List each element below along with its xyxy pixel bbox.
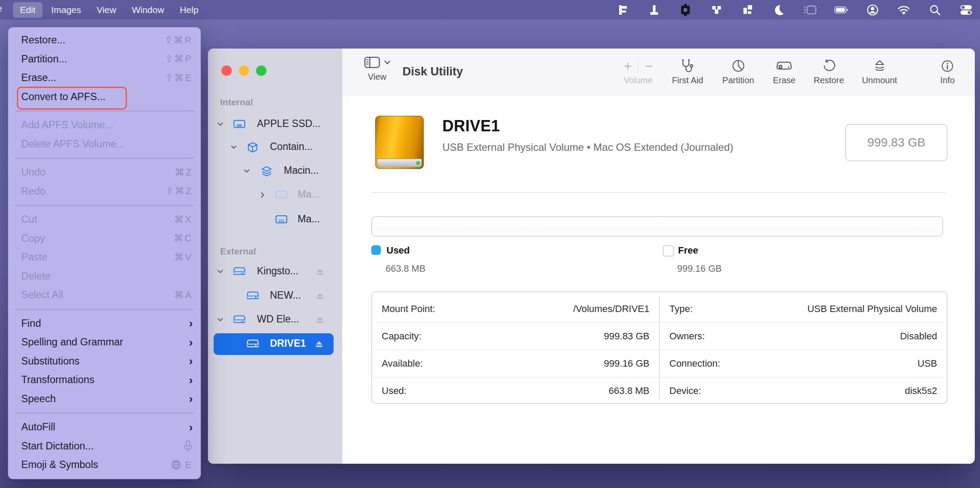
app-icon-2[interactable] xyxy=(647,3,661,17)
menu-item-substitutions[interactable]: Substitutions › xyxy=(8,352,201,371)
wifi-icon[interactable] xyxy=(897,3,911,17)
first-aid-icon xyxy=(680,59,695,73)
menu-separator xyxy=(15,309,194,310)
submenu-chevron-icon: › xyxy=(189,422,193,433)
restore-button[interactable]: Restore xyxy=(814,57,844,85)
volume-name: DRIVE1 xyxy=(442,117,500,135)
external-drive-icon xyxy=(247,338,259,349)
menu-item-copy[interactable]: Copy ⌘C xyxy=(8,229,201,248)
add-volume-button[interactable]: + xyxy=(623,59,632,73)
sidebar-item-container[interactable]: Contain... xyxy=(208,140,342,155)
partition-button[interactable]: Partition xyxy=(722,57,754,85)
app-icon-4[interactable] xyxy=(710,3,724,17)
usage-bar xyxy=(371,216,943,237)
menu-item-label: Select All xyxy=(21,289,63,301)
close-button[interactable] xyxy=(221,65,232,76)
menu-item-autofill[interactable]: AutoFill › xyxy=(8,418,201,437)
app-icon-3[interactable] xyxy=(678,3,692,17)
menu-item-label: Copy xyxy=(21,233,45,244)
moon-icon[interactable] xyxy=(772,3,786,17)
menu-item-speech[interactable]: Speech › xyxy=(8,390,201,409)
menu-item-cut[interactable]: Cut ⌘X xyxy=(8,210,201,229)
menu-item-delete[interactable]: Delete xyxy=(8,267,201,286)
sidebar-item-macintosh-hd-volumes[interactable]: Macin... xyxy=(208,163,342,179)
menubar-item-edit[interactable]: Edit xyxy=(13,2,42,18)
menu-separator xyxy=(15,413,194,413)
sidebar-section-external: External xyxy=(220,246,256,257)
globe-icon xyxy=(171,459,182,470)
control-center-icon[interactable] xyxy=(959,3,973,17)
menu-item-label: Add APFS Volume... xyxy=(21,119,114,131)
search-icon[interactable] xyxy=(928,3,942,17)
menu-item-restore[interactable]: Restore... ⇧⌘R xyxy=(8,31,201,50)
menubar-item-help[interactable]: Help xyxy=(173,2,205,18)
menu-item-redo[interactable]: Redo ⇧⌘Z xyxy=(8,182,201,201)
main-content: DRIVE1 USB External Physical Volume • Ma… xyxy=(342,96,975,464)
menu-item-emoji-symbols[interactable]: Emoji & Symbols E xyxy=(8,455,201,475)
screen-mirroring-icon[interactable] xyxy=(803,3,817,17)
menu-separator xyxy=(15,205,194,206)
menu-item-partition[interactable]: Partition... ⇧⌘P xyxy=(8,50,201,69)
chevron-right-icon[interactable] xyxy=(260,192,266,198)
menu-item-convert-to-apfs[interactable]: Convert to APFS... xyxy=(8,88,201,107)
app-icon-5[interactable] xyxy=(741,3,755,17)
sidebar-item-wd-elements[interactable]: WD Ele... xyxy=(208,312,342,328)
menu-item-select-all[interactable]: Select All ⌘A xyxy=(8,286,201,305)
view-button[interactable]: View xyxy=(364,56,390,82)
menu-item-spelling-and-grammar[interactable]: Spelling and Grammar › xyxy=(8,333,201,352)
menu-item-delete-apfs-volume[interactable]: Delete APFS Volume... xyxy=(8,135,201,154)
menubar-item-images[interactable]: Images xyxy=(44,2,88,18)
erase-button[interactable]: Erase xyxy=(773,57,795,85)
sidebar-item-new-volume[interactable]: NEW... xyxy=(208,288,342,304)
account-icon[interactable] xyxy=(866,3,879,17)
app-icon-1[interactable] xyxy=(616,3,630,17)
zoom-button[interactable] xyxy=(256,65,266,76)
menu-item-paste[interactable]: Paste ⌘V xyxy=(8,248,201,267)
remove-volume-button[interactable]: − xyxy=(645,59,653,73)
menu-item-erase[interactable]: Erase... ⇧⌘E xyxy=(8,68,201,88)
menu-item-label: Erase... xyxy=(21,72,56,84)
menubar-item-view[interactable]: View xyxy=(90,2,123,18)
menu-item-shortcut: ⌘C xyxy=(174,233,193,244)
menu-item-undo[interactable]: Undo ⌘Z xyxy=(8,163,201,182)
volume-icon xyxy=(276,214,287,224)
volume-icon xyxy=(276,189,287,200)
chevron-down-icon[interactable] xyxy=(217,121,224,127)
chevron-down-icon[interactable] xyxy=(230,144,237,150)
menubar-item-window[interactable]: Window xyxy=(125,2,171,18)
menu-item-shortcut: E xyxy=(171,459,193,471)
chevron-down-icon[interactable] xyxy=(243,168,250,174)
menu-item-find[interactable]: Find › xyxy=(8,314,201,333)
menubar-item-clipped: e xyxy=(0,3,2,14)
sidebar-item-kingston[interactable]: Kingsto... xyxy=(208,264,342,280)
sidebar-item-macintosh-hd-dimmed[interactable]: Ma... xyxy=(208,187,342,203)
detail-value: USB External Physical Volume xyxy=(807,303,937,315)
first-aid-button[interactable]: First Aid xyxy=(672,57,703,85)
eject-icon[interactable] xyxy=(315,292,325,300)
info-button[interactable]: Info xyxy=(940,57,954,85)
menu-item-label: Spelling and Grammar xyxy=(21,336,123,348)
eject-icon[interactable] xyxy=(315,268,325,276)
table-row: Available: 999.16 GB xyxy=(372,350,659,377)
sidebar-item-drive1-selected[interactable]: DRIVE1 xyxy=(208,336,342,352)
free-legend-value: 999.16 GB xyxy=(677,264,722,274)
menu-item-add-apfs-volume[interactable]: Add APFS Volume... xyxy=(8,116,201,135)
drive-base xyxy=(377,159,422,167)
menu-item-start-dictation[interactable]: Start Dictation... xyxy=(8,437,201,456)
sidebar-toggle-icon xyxy=(364,56,380,68)
unmount-button[interactable]: Unmount xyxy=(862,57,897,85)
eject-icon[interactable] xyxy=(315,316,325,324)
microphone-icon xyxy=(183,440,193,452)
battery-icon[interactable] xyxy=(834,3,848,17)
chevron-down-icon[interactable] xyxy=(217,317,224,323)
chevron-down-icon[interactable] xyxy=(217,269,224,275)
sidebar-item-macintosh-hd[interactable]: Ma... xyxy=(208,212,342,228)
eject-icon[interactable] xyxy=(315,340,324,348)
menu-item-shortcut: ⇧⌘P xyxy=(165,53,193,65)
table-row: Used: 663.8 MB xyxy=(372,377,659,404)
menu-item-label: Cut xyxy=(21,214,37,225)
menu-item-transformations[interactable]: Transformations › xyxy=(8,371,201,390)
minimize-button[interactable] xyxy=(239,65,249,76)
detail-label: Available: xyxy=(382,358,423,369)
sidebar-item-apple-ssd[interactable]: APPLE SSD... xyxy=(208,117,342,132)
